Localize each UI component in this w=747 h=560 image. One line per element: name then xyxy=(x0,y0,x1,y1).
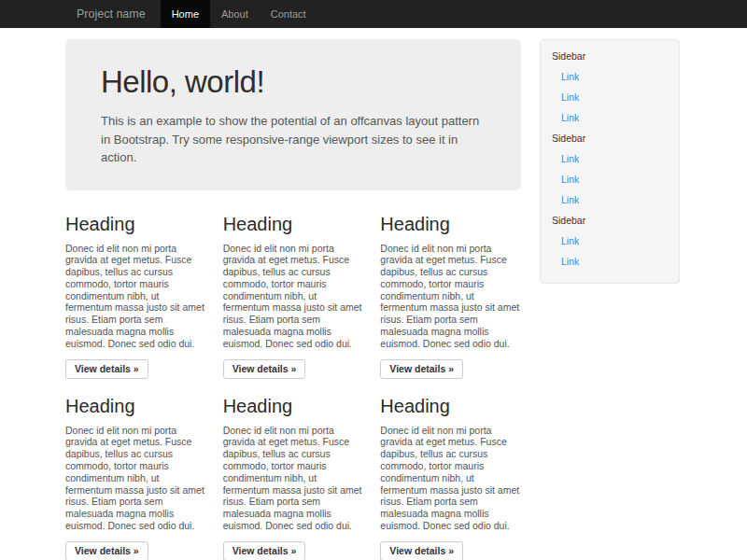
card-body: Donec id elit non mi porta gravida at eg… xyxy=(65,425,206,532)
navbar-brand[interactable]: Project name xyxy=(65,0,157,28)
sidebar-link[interactable]: Link xyxy=(561,91,668,104)
sidebar-link[interactable]: Link xyxy=(561,256,668,268)
sidebar-link[interactable]: Link xyxy=(561,174,668,186)
view-details-button[interactable]: View details » xyxy=(380,359,463,379)
sidebar: Sidebar Link Link Link Sidebar Link Link… xyxy=(540,39,680,284)
container: Hello, world! This is an example to show… xyxy=(65,28,682,560)
card-heading: Heading xyxy=(380,396,521,417)
navbar-content: Project name Home About Contact xyxy=(65,0,682,28)
view-details-button[interactable]: View details » xyxy=(65,359,148,379)
page-title: Hello, world! xyxy=(101,64,486,100)
card-heading: Heading xyxy=(65,396,206,417)
view-details-button[interactable]: View details » xyxy=(65,541,148,560)
content-card-4: Heading Donec id elit non mi porta gravi… xyxy=(65,396,206,560)
card-heading: Heading xyxy=(223,214,364,235)
card-heading: Heading xyxy=(223,396,364,417)
sidebar-link[interactable]: Link xyxy=(561,194,668,206)
card-heading: Heading xyxy=(65,214,206,235)
content-card-1: Heading Donec id elit non mi porta gravi… xyxy=(65,214,206,379)
card-body: Donec id elit non mi porta gravida at eg… xyxy=(65,243,206,350)
sidebar-link[interactable]: Link xyxy=(561,71,668,83)
sidebar-link[interactable]: Link xyxy=(561,235,668,247)
content-card-6: Heading Donec id elit non mi porta gravi… xyxy=(380,396,521,560)
main-content: Hello, world! This is an example to show… xyxy=(65,28,521,560)
content-card-3: Heading Donec id elit non mi porta gravi… xyxy=(380,214,521,379)
sidebar-group-heading: Sidebar xyxy=(552,214,668,227)
nav-item-home[interactable]: Home xyxy=(161,0,210,28)
nav-item-about[interactable]: About xyxy=(210,0,260,28)
sidebar-group-3: Sidebar Link Link xyxy=(552,214,668,268)
sidebar-group-1: Sidebar Link Link Link xyxy=(552,49,668,124)
sidebar-group-heading: Sidebar xyxy=(552,132,668,145)
view-details-button[interactable]: View details » xyxy=(380,541,463,560)
sidebar-group-heading: Sidebar xyxy=(552,49,668,63)
view-details-button[interactable]: View details » xyxy=(223,541,306,560)
jumbotron: Hello, world! This is an example to show… xyxy=(65,39,521,190)
page: Project name Home About Contact Hello, w… xyxy=(0,0,747,560)
navbar: Project name Home About Contact xyxy=(0,0,747,28)
card-heading: Heading xyxy=(380,214,521,235)
navbar-menu: Home About Contact xyxy=(161,0,317,28)
card-body: Donec id elit non mi porta gravida at eg… xyxy=(380,243,521,350)
card-body: Donec id elit non mi porta gravida at eg… xyxy=(223,425,364,532)
nav-item-contact[interactable]: Contact xyxy=(260,0,317,28)
jumbotron-description: This is an example to show the potential… xyxy=(101,112,486,167)
card-body: Donec id elit non mi porta gravida at eg… xyxy=(223,243,364,350)
sidebar-link[interactable]: Link xyxy=(561,112,668,124)
view-details-button[interactable]: View details » xyxy=(223,359,306,379)
content-card-2: Heading Donec id elit non mi porta gravi… xyxy=(223,214,364,379)
sidebar-group-2: Sidebar Link Link Link xyxy=(552,132,668,206)
sidebar-link[interactable]: Link xyxy=(561,153,668,165)
card-body: Donec id elit non mi porta gravida at eg… xyxy=(380,425,521,532)
content-card-5: Heading Donec id elit non mi porta gravi… xyxy=(223,396,364,560)
main-row: Hello, world! This is an example to show… xyxy=(65,28,682,560)
cards-row-1: Heading Donec id elit non mi porta gravi… xyxy=(65,214,521,379)
cards-row-2: Heading Donec id elit non mi porta gravi… xyxy=(65,396,521,560)
